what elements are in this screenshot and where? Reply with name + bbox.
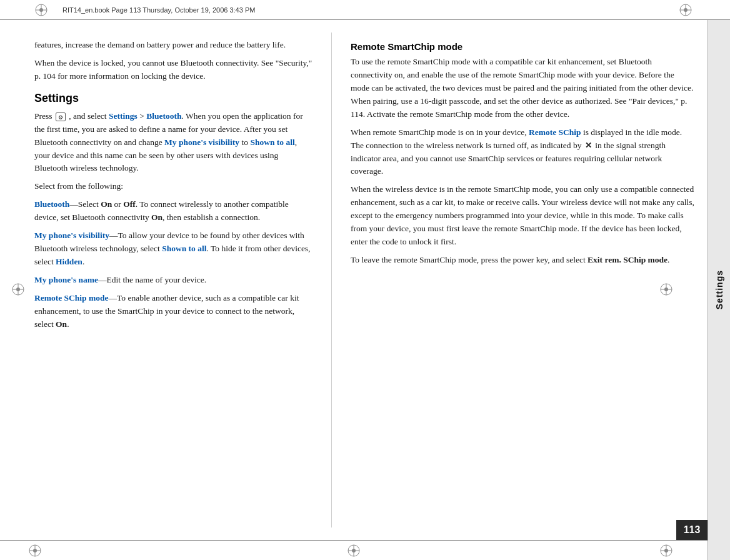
settings-icon-inline: ⚙ — [56, 112, 66, 121]
intro-para-1: features, increase the demand on battery… — [34, 39, 312, 52]
svg-point-7 — [684, 8, 688, 12]
header-bar: RIT14_en.book Page 113 Thursday, October… — [0, 0, 730, 20]
bluetooth-dash: — — [69, 199, 78, 209]
list-item-phone-name: My phone's name—Edit the name of your de… — [34, 274, 312, 287]
content-area: features, increase the demand on battery… — [0, 20, 708, 540]
right-para-2: When remote SmartChip mode is on in your… — [351, 126, 695, 179]
svg-point-3 — [39, 8, 43, 12]
sidebar-tab: Settings — [708, 20, 730, 560]
phone-name-term: My phone's name — [34, 275, 98, 284]
svg-point-27 — [664, 288, 668, 291]
hidden-term: Hidden — [56, 257, 82, 266]
remote-schip-dash: — — [109, 293, 118, 302]
right-para-3: When the wireless device is in the remot… — [351, 183, 695, 249]
remote-schip-term: Remote SChip mode — [34, 293, 109, 302]
settings-heading: Settings — [34, 92, 312, 105]
phone-name-dash: — — [98, 275, 107, 284]
reg-mark-top-right — [679, 3, 692, 18]
right-para-1: To use the remote SmartChip mode with a … — [351, 56, 695, 121]
visibility-dash: — — [109, 231, 118, 240]
reg-mark-mid-left — [11, 282, 25, 299]
svg-point-15 — [352, 549, 356, 552]
exit-schip-label: Exit rem. SChip mode — [588, 255, 668, 264]
bluetooth-term: Bluetooth — [34, 199, 69, 209]
svg-point-23 — [16, 288, 20, 291]
reg-mark-mid-right — [659, 282, 673, 299]
select-label: Select from the following: — [34, 180, 312, 193]
remote-schip-display: Remote SChip — [529, 128, 581, 137]
page-container: RIT14_en.book Page 113 Thursday, October… — [0, 0, 730, 560]
reg-mark-top-left — [34, 3, 48, 18]
left-column: features, increase the demand on battery… — [0, 32, 331, 528]
on-label-2: On — [151, 212, 162, 222]
visibility-term: My phone's visibility — [34, 231, 109, 240]
off-label: Off — [123, 199, 136, 209]
on-label: On — [101, 199, 112, 209]
remote-smartchip-heading: Remote SmartChip mode — [351, 41, 695, 52]
shown-to-all-link: Shown to all — [250, 138, 294, 147]
svg-point-19 — [664, 549, 668, 552]
reg-mark-bottom-center — [347, 544, 361, 560]
visibility-link: My phone's visibility — [164, 138, 239, 147]
signal-x-icon: ✕ — [585, 139, 592, 152]
settings-intro: Press ⚙ , and select Settings > Bluetoot… — [34, 110, 312, 176]
sidebar-label: Settings — [714, 270, 724, 309]
bluetooth-link: Bluetooth — [146, 111, 181, 121]
settings-link: Settings — [109, 111, 138, 121]
svg-point-11 — [33, 549, 37, 552]
bottom-bar — [0, 540, 708, 560]
right-para-4: To leave the remote SmartChip mode, pres… — [351, 254, 695, 267]
list-item-visibility: My phone's visibility—To allow your devi… — [34, 229, 312, 269]
on-label-3: On — [56, 319, 67, 329]
shown-to-all-term: Shown to all — [162, 244, 206, 253]
right-column: Remote SmartChip mode To use the remote … — [332, 32, 708, 528]
list-item-bluetooth: Bluetooth—Select On or Off. To connect w… — [34, 198, 312, 224]
reg-mark-bottom-right — [659, 544, 673, 560]
intro-para-2: When the device is locked, you cannot us… — [34, 57, 312, 83]
list-item-remote-schip: Remote SChip mode—To enable another devi… — [34, 292, 312, 331]
header-text: RIT14_en.book Page 113 Thursday, October… — [62, 6, 255, 14]
reg-mark-bottom-left — [28, 544, 42, 560]
